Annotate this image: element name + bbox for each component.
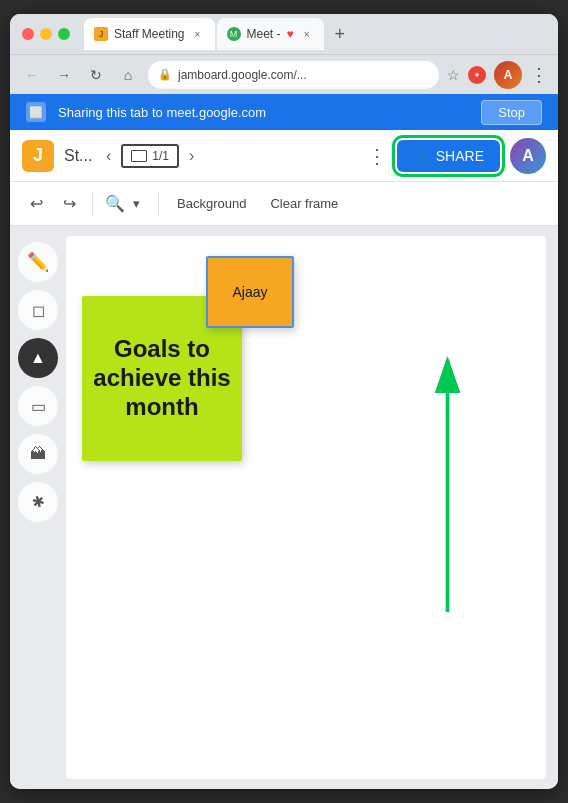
pen-icon: ✏️ [27, 251, 49, 273]
tab-meet[interactable]: M Meet - ♥ × [217, 18, 324, 50]
refresh-button[interactable]: ↻ [84, 63, 108, 87]
title-bar: J Staff Meeting × M Meet - ♥ × + [10, 14, 558, 54]
jamboard-header: J St... ‹ 1/1 › ⋮ 👤 SHARE A [10, 130, 558, 182]
canvas-area[interactable]: Goals to achieve this month Ajaay [66, 236, 546, 779]
main-area: ✏️ ◻ ▲ ▭ 🏔 ✱ Goals to achieve this month [10, 226, 558, 789]
minimize-traffic-light[interactable] [40, 28, 52, 40]
forward-icon: → [57, 67, 71, 83]
frame-indicator[interactable]: 1/1 [121, 144, 179, 168]
frame-inner: 1/1 [131, 149, 169, 163]
share-person-icon: 👤 [413, 148, 430, 164]
redo-button[interactable]: ↪ [55, 188, 84, 219]
profile-avatar[interactable]: A [494, 61, 522, 89]
note-icon: ▭ [31, 397, 46, 416]
next-frame-button[interactable]: › [189, 147, 194, 165]
frame-number: 1/1 [152, 149, 169, 163]
undo-button[interactable]: ↩ [22, 188, 51, 219]
cursor-tool-button[interactable]: ▲ [18, 338, 58, 378]
laser-tool-button[interactable]: ✱ [18, 482, 58, 522]
user-avatar[interactable]: A [510, 138, 546, 174]
frame-box [131, 150, 147, 162]
laser-icon: ✱ [27, 491, 49, 513]
jam-title: St... [64, 147, 96, 165]
toolbar-divider-2 [158, 192, 159, 216]
browser-tabs: J Staff Meeting × M Meet - ♥ × + [84, 14, 546, 54]
share-label: SHARE [436, 148, 484, 164]
close-traffic-light[interactable] [22, 28, 34, 40]
pen-tool-button[interactable]: ✏️ [18, 242, 58, 282]
sharing-banner: ⬜ Sharing this tab to meet.google.com St… [10, 94, 558, 130]
jamboard-logo: J [22, 140, 54, 172]
browser-window: J Staff Meeting × M Meet - ♥ × + ← → ↻ [10, 14, 558, 789]
note-tool-button[interactable]: ▭ [18, 386, 58, 426]
prev-frame-button[interactable]: ‹ [106, 147, 111, 165]
url-text: jamboard.google.com/... [178, 68, 429, 82]
cursor-icon: ▲ [30, 349, 46, 367]
more-options-button[interactable]: ⋮ [367, 144, 387, 168]
record-icon: ● [468, 66, 486, 84]
bookmark-icon[interactable]: ☆ [447, 67, 460, 83]
background-button[interactable]: Background [167, 190, 256, 217]
zoom-control[interactable]: 🔍 ▾ [101, 192, 150, 215]
heart-icon: ♥ [287, 27, 294, 41]
tab-label-meet: Meet - [247, 27, 281, 41]
image-icon: 🏔 [30, 445, 46, 463]
browser-menu-icon[interactable]: ⋮ [530, 64, 548, 86]
home-icon: ⌂ [124, 67, 132, 83]
tab-staff-meeting[interactable]: J Staff Meeting × [84, 18, 215, 50]
refresh-icon: ↻ [90, 67, 102, 83]
undo-icon: ↩ [30, 194, 43, 213]
tab-close-staff-meeting[interactable]: × [191, 27, 205, 41]
left-toolbar: ✏️ ◻ ▲ ▭ 🏔 ✱ [10, 226, 66, 789]
jamboard-favicon: J [94, 27, 108, 41]
url-bar[interactable]: 🔒 jamboard.google.com/... [148, 61, 439, 89]
sticky-note-green-text: Goals to achieve this month [82, 327, 242, 429]
clear-frame-button[interactable]: Clear frame [260, 190, 348, 217]
back-button[interactable]: ← [20, 63, 44, 87]
maximize-traffic-light[interactable] [58, 28, 70, 40]
new-tab-button[interactable]: + [326, 20, 354, 48]
image-tool-button[interactable]: 🏔 [18, 434, 58, 474]
eraser-tool-button[interactable]: ◻ [18, 290, 58, 330]
traffic-lights [22, 28, 70, 40]
forward-button[interactable]: → [52, 63, 76, 87]
sharing-icon: ⬜ [26, 102, 46, 122]
back-icon: ← [25, 67, 39, 83]
home-button[interactable]: ⌂ [116, 63, 140, 87]
sticky-note-orange-text: Ajaay [232, 284, 267, 300]
tab-label-staff-meeting: Staff Meeting [114, 27, 185, 41]
sticky-note-orange[interactable]: Ajaay [206, 256, 294, 328]
address-bar: ← → ↻ ⌂ 🔒 jamboard.google.com/... ☆ ● A … [10, 54, 558, 94]
zoom-dropdown[interactable]: ▾ [127, 192, 146, 215]
toolbar-divider [92, 192, 93, 216]
lock-icon: 🔒 [158, 68, 172, 81]
zoom-icon: 🔍 [105, 194, 125, 213]
share-button[interactable]: 👤 SHARE [397, 140, 500, 172]
sharing-banner-text: Sharing this tab to meet.google.com [58, 105, 469, 120]
tab-close-meet[interactable]: × [300, 27, 314, 41]
redo-icon: ↪ [63, 194, 76, 213]
toolbar: ↩ ↪ 🔍 ▾ Background Clear frame [10, 182, 558, 226]
eraser-icon: ◻ [32, 301, 45, 320]
stop-sharing-button[interactable]: Stop [481, 100, 542, 125]
meet-favicon: M [227, 27, 241, 41]
